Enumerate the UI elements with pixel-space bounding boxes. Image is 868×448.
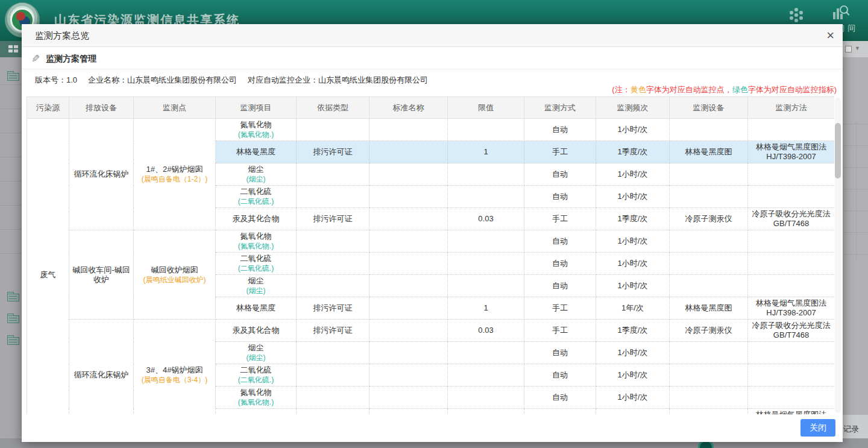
cell-standard-name	[370, 230, 448, 253]
cell-monitor-mode: 手工	[524, 297, 596, 320]
cell-monitor-device	[670, 386, 748, 409]
cell-monitor-device	[670, 119, 748, 141]
cell-equipment: 循环流化床锅炉	[69, 320, 134, 415]
cell-limit: 0.03	[448, 320, 524, 342]
cell-monitor-frequency: 1季度/次	[596, 320, 670, 342]
cell-standard-name	[370, 141, 448, 163]
cell-item: 烟尘(烟尘)	[216, 163, 297, 186]
cell-monitor-method: 冷原子吸收分光光度法GB/T7468	[748, 320, 835, 342]
table-row[interactable]: 碱回收车间-碱回收炉碱回收炉烟囱(晨鸣纸业碱回收炉)氮氧化物(氮氧化物.)自动1…	[27, 230, 835, 253]
cell-monitor-device: 林格曼黑度图	[670, 409, 748, 415]
cell-item: 氮氧化物(氮氧化物.)	[216, 386, 297, 409]
cell-monitor-frequency: 1小时/次	[596, 186, 670, 208]
cell-monitor-device: 冷原子测汞仪	[670, 320, 748, 342]
cell-limit: 1	[448, 409, 524, 415]
cell-basis-type: 排污许可证	[297, 141, 370, 163]
cell-monitor-point: 3#、4#锅炉烟囱(晨鸣自备电（3-4）)	[134, 320, 216, 415]
folder-icon[interactable]	[7, 315, 19, 323]
column-header: 监测方式	[524, 97, 596, 119]
cell-basis-type: 排污许可证	[297, 208, 370, 230]
version-value: 1.0	[66, 75, 77, 84]
cell-monitor-device	[670, 230, 748, 253]
cell-basis-type	[297, 364, 370, 386]
cell-limit	[448, 163, 524, 186]
cell-monitor-mode: 自动	[524, 386, 596, 409]
cell-item: 林格曼黑度	[216, 297, 297, 320]
cell-basis-type	[297, 230, 370, 253]
cell-standard-name	[370, 297, 448, 320]
chevron-down-icon[interactable]: ▼	[855, 45, 860, 51]
folder-icon[interactable]	[7, 73, 19, 81]
cell-monitor-method	[748, 163, 835, 186]
cell-monitor-method: 冷原子吸收分光光度法GB/T7468	[748, 208, 835, 230]
cell-monitor-device	[670, 275, 748, 297]
cell-monitor-device	[670, 253, 748, 275]
table-row[interactable]: 废气循环流化床锅炉1#、2#锅炉烟囱(晨鸣自备电（1-2）)氮氧化物(氮氧化物.…	[27, 119, 835, 141]
cell-limit	[448, 253, 524, 275]
analytics-search-icon[interactable]	[832, 5, 850, 23]
header-partial-text-time: 间	[848, 23, 855, 34]
cell-monitor-device: 林格曼黑度图	[670, 141, 748, 163]
modal-scrollbar[interactable]	[835, 98, 841, 413]
cell-monitor-method	[748, 186, 835, 208]
cell-monitor-method: 林格曼烟气黑度图法HJ/T398-2007	[748, 141, 835, 163]
cell-monitor-device	[670, 364, 748, 386]
cell-monitor-mode: 自动	[524, 342, 596, 364]
cell-monitor-frequency: 1季度/次	[596, 409, 670, 415]
cell-standard-name	[370, 253, 448, 275]
cell-basis-type: 排污许可证	[297, 297, 370, 320]
close-button[interactable]: 关闭	[800, 419, 835, 437]
close-icon[interactable]: ×	[826, 28, 834, 43]
cell-basis-type	[297, 275, 370, 297]
cell-limit	[448, 364, 524, 386]
cell-monitor-mode: 自动	[524, 364, 596, 386]
toolbar-strip-right: ▼	[843, 41, 868, 57]
cell-basis-type	[297, 186, 370, 208]
cell-monitor-mode: 手工	[524, 320, 596, 342]
cell-basis-type	[297, 253, 370, 275]
modal-title: 监测方案总览	[35, 30, 89, 42]
cell-monitor-mode: 自动	[524, 253, 596, 275]
cell-monitor-frequency: 1季度/次	[596, 208, 670, 230]
cell-monitor-mode: 手工	[524, 141, 596, 163]
folder-icon[interactable]	[7, 337, 19, 345]
cell-monitor-mode: 自动	[524, 186, 596, 208]
cell-standard-name	[370, 163, 448, 186]
cell-limit	[448, 275, 524, 297]
column-header: 监测项目	[216, 97, 297, 119]
folder-icon[interactable]	[7, 294, 19, 301]
records-label: 记录	[843, 424, 859, 435]
company-label: 企业名称：	[88, 75, 127, 84]
cell-limit: 1	[448, 141, 524, 163]
monitoring-plan-modal: 监测方案总览 × ✎ 监测方案管理 版本号：1.0企业名称：山东晨鸣纸业集团股份…	[22, 24, 843, 442]
cell-monitor-frequency: 1小时/次	[596, 253, 670, 275]
apps-dots-icon[interactable]	[794, 13, 798, 17]
cell-monitor-method	[748, 386, 835, 409]
auto-company-label: 对应自动监控企业：	[248, 75, 318, 84]
cell-limit	[448, 230, 524, 253]
cell-item: 烟尘(烟尘)	[216, 342, 297, 364]
monitoring-plan-table: 污染源排放设备监测点监测项目依据类型标准名称限值监测方式监测频次监测设备监测方法…	[27, 96, 834, 414]
grid-menu-icon[interactable]	[8, 45, 18, 53]
scrollbar-thumb[interactable]	[835, 123, 841, 178]
sidebar	[0, 57, 22, 438]
cell-basis-type	[297, 342, 370, 364]
cell-item: 林格曼黑度	[216, 141, 297, 163]
auto-company-value: 山东晨鸣纸业集团股份有限公司	[318, 75, 428, 84]
column-header: 监测方法	[748, 97, 835, 119]
cell-monitor-method	[748, 253, 835, 275]
cell-monitor-mode: 自动	[524, 230, 596, 253]
table-row[interactable]: 循环流化床锅炉3#、4#锅炉烟囱(晨鸣自备电（3-4）)汞及其化合物排污许可证0…	[27, 320, 835, 342]
cell-item: 氮氧化物(氮氧化物.)	[216, 230, 297, 253]
cell-monitor-point: 碱回收炉烟囱(晨鸣纸业碱回收炉)	[134, 230, 216, 320]
cell-monitor-mode: 手工	[524, 409, 596, 415]
cell-monitor-point: 1#、2#锅炉烟囱(晨鸣自备电（1-2）)	[134, 119, 216, 230]
monitoring-plan-table-wrap: 污染源排放设备监测点监测项目依据类型标准名称限值监测方式监测频次监测设备监测方法…	[27, 96, 834, 414]
cell-monitor-method: 林格曼烟气黑度图法HJ/T398-2007	[748, 297, 835, 320]
plan-info: 版本号：1.0企业名称：山东晨鸣纸业集团股份有限公司对应自动监控企业：山东晨鸣纸…	[35, 75, 428, 86]
cell-standard-name	[370, 119, 448, 141]
background-records: 记录	[843, 415, 868, 438]
cell-monitor-method	[748, 342, 835, 364]
mini-select-icon[interactable]	[845, 46, 852, 52]
cell-standard-name	[370, 208, 448, 230]
